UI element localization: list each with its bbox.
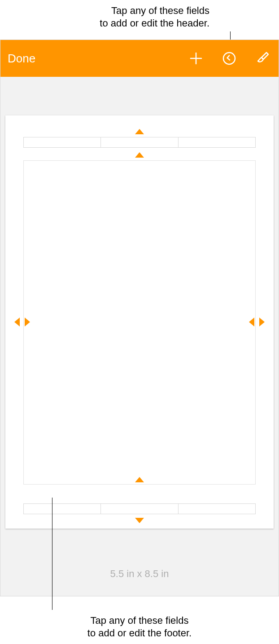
format-button[interactable] [253,49,271,67]
margin-handle-left-out[interactable] [25,318,30,326]
footer-row [23,503,256,514]
callout-footer: Tap any of these fields to add or edit t… [0,614,279,640]
app-frame: Done [0,40,279,596]
add-button[interactable] [187,49,205,67]
svg-point-2 [223,53,235,64]
toolbar: Done [0,40,279,77]
header-cell-left[interactable] [23,137,101,148]
callout-header-line2: to add or edit the header. [100,18,209,29]
page-body[interactable] [23,160,256,485]
margin-handle-right-in[interactable] [259,318,265,326]
margin-handle-body-top-up[interactable] [135,152,144,158]
header-cell-center[interactable] [101,137,178,148]
header-row [23,137,256,148]
margin-handle-left-in[interactable] [14,318,20,326]
done-button[interactable]: Done [8,52,35,66]
margin-handle-right-out[interactable] [249,318,254,326]
plus-icon [189,51,203,66]
paintbrush-icon [255,51,270,66]
footer-cell-center[interactable] [101,503,178,514]
callout-footer-line1: Tap any of these fields [91,615,189,626]
callout-footer-line2: to add or edit the footer. [87,627,192,639]
undo-icon [222,51,236,66]
document-page[interactable] [5,115,274,529]
callout-header-line1: Tap any of these fields [111,5,209,16]
margin-handle-header-top[interactable] [135,129,144,134]
footer-cell-right[interactable] [179,503,256,514]
header-cell-right[interactable] [179,137,256,148]
page-dimensions-label: 5.5 in x 8.5 in [110,568,169,580]
footer-cell-left[interactable] [23,503,101,514]
undo-button[interactable] [220,49,238,67]
callout-footer-line [52,498,52,610]
canvas-area: 5.5 in x 8.5 in [0,77,279,596]
margin-handle-body-bottom-up[interactable] [135,477,144,482]
margin-handle-footer-bottom[interactable] [135,518,144,523]
callout-header: Tap any of these fields to add or edit t… [0,0,279,40]
